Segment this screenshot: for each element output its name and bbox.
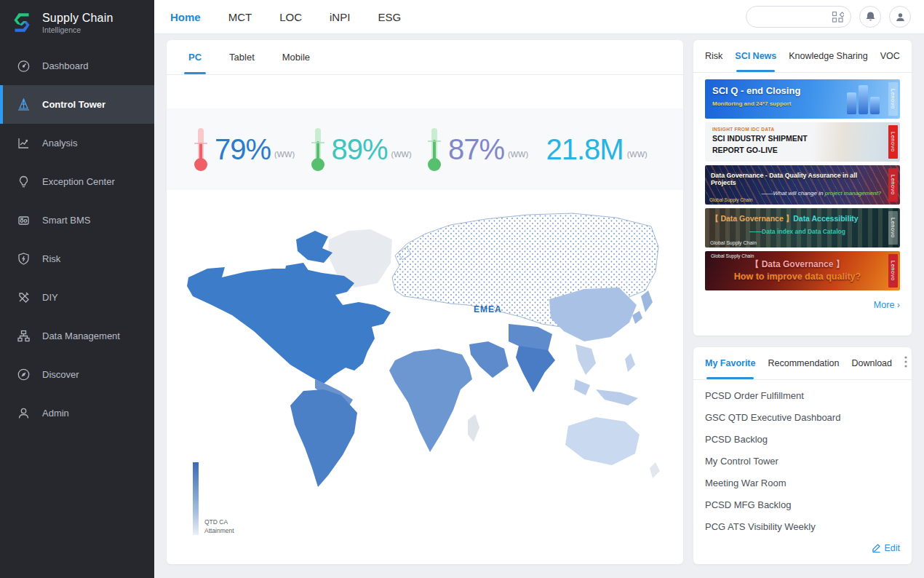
sidebar-item-dashboard[interactable]: Dashboard xyxy=(0,47,154,85)
banner-title: 【 Data Governance 】Data Accessibility xyxy=(711,214,884,224)
map-region-india[interactable] xyxy=(516,346,555,392)
map-region-africa[interactable] xyxy=(389,349,472,452)
sidebar-item-discover[interactable]: Discover xyxy=(0,355,154,394)
nav-loc[interactable]: LOC xyxy=(279,11,302,23)
tab-my-favorite[interactable]: My Favorite xyxy=(705,347,755,379)
kpi-second: 89% (WW) xyxy=(308,125,426,173)
banner-tag: INSIGHT FROM IDC DATA xyxy=(712,127,885,132)
kpi-unit: (WW) xyxy=(508,150,528,159)
sidebar-item-smart-bms[interactable]: Smart BMS xyxy=(0,201,154,239)
banner-footer: Global Supply Chain xyxy=(710,240,757,245)
pencil-edit-icon xyxy=(872,543,881,553)
banner-title: SCI INDUSTRY SHIPMENT xyxy=(712,134,885,143)
map-region-southeast-asia[interactable] xyxy=(575,344,596,375)
kpi-qtd-attainment: 79% (WW) xyxy=(191,125,308,173)
kebab-menu-icon xyxy=(904,356,907,368)
map-region-middle-east[interactable] xyxy=(469,341,509,378)
nav-home[interactable]: Home xyxy=(170,11,201,23)
nav-esg[interactable]: ESG xyxy=(378,11,401,23)
banner-title: Data Governance - Data Quality Assurance… xyxy=(711,172,884,186)
favorite-item[interactable]: PCSD Order Fulfillment xyxy=(705,384,900,406)
banner-subtitle: ——Data index and Data Catalog xyxy=(711,228,884,235)
decor-cube xyxy=(847,92,856,114)
sidebar-item-analysis[interactable]: Analysis xyxy=(0,124,154,162)
content-area: PC Tablet Mobile 79% (WW) xyxy=(154,34,924,578)
favorite-item[interactable]: PCSD MFG Backlog xyxy=(705,494,900,515)
world-map: EMEA xyxy=(180,200,669,506)
kpi-third: 87% (WW) xyxy=(425,125,542,173)
news-banner-data-quality-assurance[interactable]: Data Governance - Data Quality Assurance… xyxy=(705,165,900,205)
tab-download[interactable]: Download xyxy=(851,347,892,379)
news-banner-data-accessibility[interactable]: 【 Data Governance 】Data Accessibility ——… xyxy=(705,208,900,248)
favorite-item[interactable]: Meeting War Room xyxy=(705,472,900,494)
sidebar-item-diy[interactable]: DIY xyxy=(0,278,154,317)
world-map-section: EMEA QTD CA Attainment xyxy=(167,190,683,564)
favorite-item[interactable]: PCSD Backlog xyxy=(705,428,900,450)
kpi-volume: 21.8M (WW) xyxy=(542,133,659,166)
favorite-item[interactable]: My Control Tower xyxy=(705,450,900,472)
sidebar-item-admin[interactable]: Admin xyxy=(0,394,154,432)
sidebar-item-exception-center[interactable]: Exception Center xyxy=(0,162,154,201)
legend-label-line1: QTD CA xyxy=(204,518,234,526)
notifications-button[interactable] xyxy=(859,6,881,28)
more-link[interactable]: More › xyxy=(874,300,900,310)
sidebar-item-data-management[interactable]: Data Management xyxy=(0,317,154,355)
search-box[interactable] xyxy=(746,6,851,28)
tab-tablet[interactable]: Tablet xyxy=(229,40,255,74)
map-label-emea: EMEA xyxy=(474,304,502,314)
map-region-new-zealand[interactable] xyxy=(650,462,660,478)
nav-inpi[interactable]: iNPI xyxy=(330,11,350,23)
apps-grid-icon[interactable] xyxy=(832,11,844,23)
top-navigation: Home MCT LOC iNPI ESG xyxy=(170,11,401,23)
news-banner-q-end-closing[interactable]: SCI Q - end Closing Monitoring and 24*7 … xyxy=(705,79,900,119)
user-icon xyxy=(16,406,31,421)
news-tabs: Risk SCI News Knowledge Sharing VOC xyxy=(693,40,912,73)
sidebar-item-control-tower[interactable]: Control Tower xyxy=(0,85,154,124)
kpi-value: 79% xyxy=(215,133,271,166)
search-input[interactable] xyxy=(753,12,832,22)
control-tower-icon xyxy=(16,98,31,112)
edit-favorites-button[interactable]: Edit xyxy=(872,543,900,553)
sidebar-item-label: DIY xyxy=(42,292,58,303)
gauge-icon xyxy=(16,59,31,74)
map-region-central-asia[interactable] xyxy=(509,324,552,352)
map-region-madagascar[interactable] xyxy=(468,414,479,442)
legend-gradient-bar xyxy=(193,462,199,535)
map-region-china[interactable] xyxy=(549,288,637,341)
kebab-menu-button[interactable] xyxy=(904,356,907,371)
map-region-philippines[interactable] xyxy=(625,353,635,372)
kpi-unit: (WW) xyxy=(391,150,412,159)
sidebar-item-risk[interactable]: Risk xyxy=(0,239,154,278)
tab-sci-news[interactable]: SCI News xyxy=(735,40,776,72)
favorite-item[interactable]: PCG ATS Visibility Weekly xyxy=(705,515,900,537)
map-region-south-america[interactable] xyxy=(290,389,357,487)
tab-recommendation[interactable]: Recommendation xyxy=(768,347,839,379)
tab-risk[interactable]: Risk xyxy=(705,40,722,72)
news-banner-improve-data-quality[interactable]: Global Supply Chain 【 Data Governance 】 … xyxy=(705,251,900,290)
map-legend: QTD CA Attainment xyxy=(193,462,234,535)
thermometer-green-icon xyxy=(425,125,444,173)
news-panel: Risk SCI News Knowledge Sharing VOC SCI … xyxy=(693,40,912,336)
tab-mobile[interactable]: Mobile xyxy=(282,40,310,74)
news-banner-idc-report[interactable]: INSIGHT FROM IDC DATA SCI INDUSTRY SHIPM… xyxy=(705,122,900,162)
tab-pc[interactable]: PC xyxy=(188,40,202,74)
compass-icon xyxy=(16,368,31,382)
tab-knowledge-sharing[interactable]: Knowledge Sharing xyxy=(789,40,867,72)
logo-subtitle: Intelligence xyxy=(42,25,113,34)
tab-voc[interactable]: VOC xyxy=(880,40,900,72)
logo-title: Supply Chain xyxy=(42,12,113,25)
kpi-unit: (WW) xyxy=(627,150,648,159)
map-region-indonesia[interactable] xyxy=(574,379,638,405)
banner-footer: Global Supply Chain xyxy=(709,197,752,202)
profile-button[interactable] xyxy=(889,6,911,28)
bms-monitor-icon xyxy=(16,213,31,228)
shield-icon xyxy=(16,252,31,266)
favorite-item[interactable]: GSC QTD Executive Dashboard xyxy=(705,406,900,428)
map-region-australia[interactable] xyxy=(565,417,640,465)
sidebar-item-label: Risk xyxy=(42,253,60,264)
favorites-list: PCSD Order Fulfillment GSC QTD Executive… xyxy=(693,380,912,542)
legend-label-line2: Attainment xyxy=(204,527,234,535)
bulb-icon xyxy=(16,175,31,189)
lenovo-brand-badge: Lenovo xyxy=(888,211,898,245)
nav-mct[interactable]: MCT xyxy=(228,11,252,23)
